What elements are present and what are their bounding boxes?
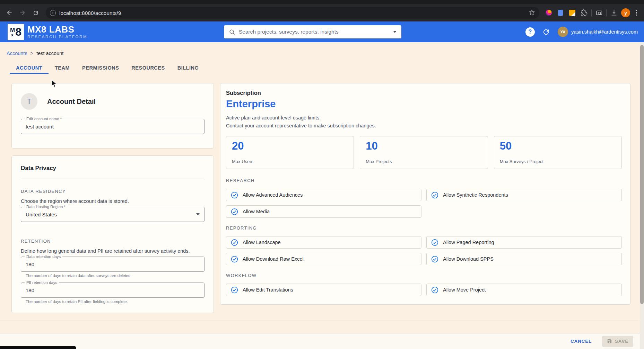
data-retention-helper: The number of days to retain data after … (26, 274, 200, 278)
permission-allow-synthetic-respondents[interactable]: Allow Synthetic Respondents (426, 189, 622, 201)
pii-retention-days-value: 180 (26, 287, 200, 293)
tab-resources[interactable]: RESOURCES (125, 62, 171, 74)
permission-allow-advanced-audiences[interactable]: Allow Advanced Audiences (226, 189, 421, 201)
section-heading-research: RESEARCH (226, 178, 622, 183)
downloads-icon[interactable] (609, 8, 618, 17)
plan-name: Enterprise (226, 98, 622, 110)
stat-box: 50Max Surveys / Project (494, 136, 622, 169)
breadcrumb-current: test account (36, 51, 63, 56)
extension-doc-icon[interactable] (556, 8, 565, 17)
permission-allow-landscape[interactable]: Allow Landscape (226, 236, 421, 249)
browser-toolbar: i localhost:8080/accounts/9 y (0, 4, 644, 21)
permission-label: Allow Edit Translations (243, 287, 293, 293)
browser-profile-avatar[interactable]: y (621, 8, 630, 17)
forward-icon[interactable] (17, 8, 28, 18)
permission-sections: RESEARCHAllow Advanced AudiencesAllow Sy… (226, 178, 622, 296)
tab-account[interactable]: ACCOUNT (10, 62, 49, 74)
data-hosting-region-select[interactable]: Data Hosting Region * United States (21, 207, 204, 222)
devtools-inspect-icon[interactable] (594, 8, 603, 17)
check-circle-icon (231, 239, 238, 246)
permission-label: Allow Landscape (243, 240, 281, 245)
subscription-description-1: Active plan and account-level usage limi… (226, 114, 622, 122)
data-hosting-region-value: United States (26, 212, 196, 217)
permission-label: Allow Advanced Audiences (243, 192, 303, 198)
user-menu[interactable]: YA yasin.shaikh@ardentisys.com (558, 27, 638, 37)
tab-team[interactable]: TEAM (49, 62, 76, 74)
extension-notes-icon[interactable] (568, 8, 577, 17)
scrollbar-thumb[interactable] (640, 45, 644, 304)
data-residency-heading: DATA RESIDENCY (21, 189, 204, 194)
extension-palette-icon[interactable] (544, 8, 553, 17)
permission-grid: Allow Advanced AudiencesAllow Synthetic … (226, 189, 622, 218)
check-circle-icon (231, 208, 238, 215)
global-search[interactable] (224, 25, 401, 38)
breadcrumb: Accounts > test account (7, 51, 63, 56)
account-detail-card: T Account Detail Edit account name * tes… (11, 83, 214, 149)
check-circle-icon (231, 286, 238, 294)
permission-label: Allow Media (243, 209, 270, 214)
permission-allow-download-raw-excel[interactable]: Allow Download Raw Excel (226, 253, 421, 265)
tab-permissions[interactable]: PERMISSIONS (76, 62, 125, 74)
refresh-icon[interactable] (542, 27, 551, 36)
browser-tabstrip (0, 0, 644, 4)
account-avatar: T (21, 93, 37, 110)
account-name-field[interactable]: Edit account name * test account (21, 119, 204, 134)
permission-allow-media[interactable]: Allow Media (226, 205, 421, 218)
permission-allow-edit-translations[interactable]: Allow Edit Translations (226, 284, 421, 296)
chevron-down-icon (196, 213, 200, 215)
browser-chrome: i localhost:8080/accounts/9 y (0, 0, 644, 21)
bottom-black-bar (0, 346, 76, 349)
extensions-puzzle-icon[interactable] (580, 8, 589, 17)
check-circle-icon (431, 239, 438, 246)
retention-heading: RETENTION (21, 239, 204, 244)
app-header: Mx 8 MX8 LABS RESEARCH PLATFORM ? YA yas… (0, 21, 644, 42)
browser-menu-icon[interactable] (633, 10, 640, 16)
main-content: T Account Detail Edit account name * tes… (0, 83, 644, 313)
url-bar[interactable]: i localhost:8080/accounts/9 (46, 7, 539, 19)
bookmark-star-icon[interactable] (529, 9, 535, 17)
footer-action-bar: CANCEL SAVE (0, 333, 644, 349)
data-residency-description: Choose the region where account data is … (21, 198, 204, 204)
pii-retention-days-field[interactable]: PII retention days 180 (21, 283, 204, 298)
check-circle-icon (231, 256, 238, 263)
page-info-icon[interactable]: i (50, 10, 56, 16)
tab-billing[interactable]: BILLING (171, 62, 205, 74)
app-logo[interactable]: Mx 8 MX8 LABS RESEARCH PLATFORM (8, 24, 87, 40)
cancel-button[interactable]: CANCEL (568, 336, 594, 347)
toolbar-separator (591, 9, 592, 16)
breadcrumb-accounts-link[interactable]: Accounts (7, 51, 27, 56)
permission-allow-paged-reporting[interactable]: Allow Paged Reporting (426, 236, 622, 249)
permission-label: Allow Download SPPS (443, 256, 494, 262)
stat-value: 50 (500, 140, 616, 152)
logo-title: MX8 LABS (27, 25, 87, 34)
page-scrollbar[interactable] (640, 42, 644, 349)
reload-icon[interactable] (31, 8, 41, 18)
mx8-logo-icon: Mx 8 (8, 24, 24, 40)
help-icon[interactable]: ? (525, 27, 535, 37)
stat-label: Max Projects (366, 159, 482, 164)
stat-value: 10 (366, 140, 482, 152)
data-privacy-title: Data Privacy (21, 165, 204, 172)
stat-label: Max Surveys / Project (500, 159, 616, 164)
save-button[interactable]: SAVE (602, 336, 633, 347)
permission-label: Allow Paged Reporting (443, 240, 494, 245)
permission-label: Allow Download Raw Excel (243, 256, 304, 262)
permission-label: Allow Move Project (443, 287, 486, 293)
retention-description: Define how long general data and PII are… (21, 248, 204, 254)
permission-grid: Allow Edit TranslationsAllow Move Projec… (226, 284, 622, 296)
check-circle-icon (431, 191, 438, 199)
data-retention-days-value: 180 (26, 261, 200, 267)
back-icon[interactable] (4, 8, 15, 18)
section-heading-reporting: REPORTING (226, 225, 622, 231)
url-text: localhost:8080/accounts/9 (59, 10, 525, 16)
data-retention-days-field[interactable]: Data retention days 180 (21, 257, 204, 272)
permission-allow-move-project[interactable]: Allow Move Project (426, 284, 622, 296)
divider (21, 179, 204, 179)
search-dropdown-icon[interactable] (393, 31, 397, 33)
account-name-value: test account (26, 124, 200, 129)
tab-bar: ACCOUNTTEAMPERMISSIONSRESOURCESBILLING (10, 62, 205, 74)
data-hosting-region-label: Data Hosting Region * (25, 205, 67, 209)
search-input[interactable] (239, 29, 390, 35)
permission-label: Allow Synthetic Respondents (443, 192, 508, 198)
permission-allow-download-spps[interactable]: Allow Download SPPS (426, 253, 622, 265)
